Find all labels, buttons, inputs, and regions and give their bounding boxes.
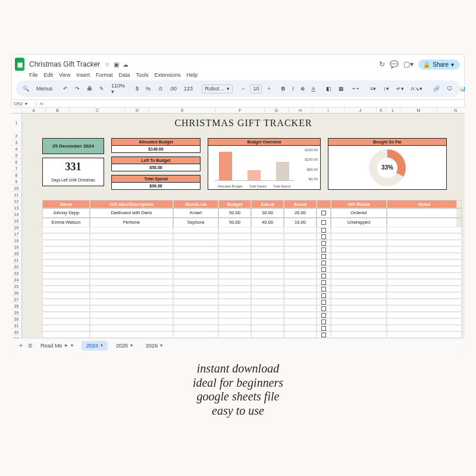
chart-y-axis: $150.00 $100.00 $50.00 $0.00 [298,148,318,181]
menu-format[interactable]: Format [96,72,113,78]
redo-icon[interactable]: ↷ [73,85,82,92]
valign-icon[interactable]: ↕▾ [381,85,391,92]
checkbox[interactable] [321,280,326,285]
borders-icon[interactable]: ▦ [337,85,346,92]
checkbox[interactable] [321,326,326,331]
star-icon[interactable]: ☆ [105,61,110,68]
zoom-select[interactable]: 110% ▾ [109,82,127,95]
menu-edit[interactable]: Edit [44,72,54,78]
percent-icon[interactable]: % [144,85,152,92]
inc-icon[interactable]: .00 [168,85,179,92]
all-sheets-button[interactable]: ≡ [28,342,32,350]
bought-panel: Bought So Far 33% [328,138,447,190]
italic-icon[interactable]: I [290,85,296,92]
history-icon[interactable]: ↻ [379,60,385,68]
undo-icon[interactable]: ↶ [61,85,70,92]
checkbox[interactable] [321,333,326,337]
sheet-tab[interactable]: Read Me ✴▾ [36,341,78,350]
checkbox[interactable] [321,234,326,239]
chevron-down-icon: ▾ [451,61,454,68]
bar-chart [214,149,294,181]
fx-label: fx [36,101,47,107]
sheet-canvas[interactable]: CHRISTMAS GIFT TRACKER 25 December 2024 … [22,114,465,350]
countdown-label: Days Left Until Christmas [43,178,104,182]
bar-labels: Allocated Budget Total Saved Total Spend [214,184,294,188]
lock-icon: 🔒 [423,61,430,68]
empty-grid[interactable] [42,227,456,350]
menu-file[interactable]: File [29,72,38,78]
halign-icon[interactable]: ≡▾ [368,85,378,92]
merge-icon[interactable]: ⫟▾ [349,85,361,92]
share-label: Share [433,61,449,68]
print-icon[interactable]: 🖶 [85,85,94,92]
dec-icon[interactable]: .0 [156,85,164,92]
bold-icon[interactable]: B [280,85,287,92]
cloud-icon[interactable]: ☁ [123,61,129,68]
fill-icon[interactable]: ◧ [324,85,333,92]
search-icon[interactable]: 🔍 [21,85,31,92]
sheet-tab[interactable]: 2026▾ [141,341,167,350]
num-format-icon[interactable]: 123 [182,85,195,92]
budget-overview-panel: Budget Overview $150.00 $100.00 $50.00 $… [208,138,321,190]
promo-text: instant download ideal for beginners goo… [0,362,476,418]
table-row[interactable]: Emma WatsonPerfumeSephora50.0040.0010.00… [42,218,456,227]
row-headers[interactable]: 1234567891011121314151617181920212223242… [11,114,22,350]
checkbox[interactable] [321,293,326,298]
insert-chart-icon[interactable]: 📊 [458,85,465,92]
column-headers[interactable]: ABC DEF GHI JKL MNO P [11,108,465,114]
link-icon[interactable]: 🔗 [431,85,441,92]
menu-tools[interactable]: Tools [136,72,148,78]
name-box[interactable]: O52▾ [11,101,36,107]
title-bar: ▦ Christmas Gift Tracker ☆ ▣ ☁ ↻ 💬 ▢▾ 🔒 … [11,54,465,71]
menu-extensions[interactable]: Extensions [154,72,180,78]
checkbox[interactable] [321,254,326,259]
menu-view[interactable]: View [59,72,70,78]
doc-title-icons: ☆ ▣ ☁ [105,61,129,68]
paint-icon[interactable]: ✎ [98,85,106,92]
wrap-icon[interactable]: ↵▾ [394,85,406,92]
checkbox[interactable] [321,267,326,272]
checkbox[interactable] [321,220,326,225]
checkbox[interactable] [321,320,326,324]
menu-help[interactable]: Help [186,72,198,78]
rotate-icon[interactable]: A↘▾ [409,85,424,92]
font-select[interactable]: Robot… ▾ [202,84,233,93]
fontsize-input[interactable]: 10 [250,84,262,93]
insert-comment-icon[interactable]: 🗨 [445,85,454,92]
sheet-body[interactable]: 1234567891011121314151617181920212223242… [11,114,465,350]
date-card: 25 December 2024 [42,138,104,154]
checkbox[interactable] [321,241,326,246]
move-icon[interactable]: ▣ [114,61,119,68]
menu-data[interactable]: Data [118,72,130,78]
menu-insert[interactable]: Insert [76,72,90,78]
formula-bar: O52▾ fx [11,99,465,108]
add-sheet-button[interactable]: ＋ [17,340,24,350]
total-spend-box: Total Spend $90.00 [111,175,201,190]
gift-table-header: Name Gift Idea/Description Store/Link Bu… [42,200,456,208]
checkbox[interactable] [321,228,326,233]
sheet-tab[interactable]: 2025▾ [111,341,137,350]
currency-icon[interactable]: $ [134,85,140,92]
sheet-tab[interactable]: 2024▾ [82,341,108,350]
toolbar: 🔍 Menus ↶ ↷ 🖶 ✎ 110% ▾ $ % .0 .00 123 Ro… [16,80,460,97]
textcolor-icon[interactable]: A [310,85,317,92]
checkbox[interactable] [321,261,326,265]
left-to-budget-box: Left To Budget $50.00 [111,156,201,171]
fontsize-minus[interactable]: − [240,85,246,92]
checkbox[interactable] [321,313,326,318]
checkbox[interactable] [321,287,326,292]
share-button[interactable]: 🔒 Share ▾ [418,60,460,70]
checkbox[interactable] [321,248,326,252]
fontsize-plus[interactable]: + [265,85,272,92]
donut-chart: 33% [369,149,406,186]
checkbox[interactable] [321,300,326,305]
checkbox[interactable] [321,306,326,311]
strike-icon[interactable]: S [299,85,306,92]
comment-icon[interactable]: 💬 [390,60,399,68]
table-row[interactable]: Johnny DeppDartboard with DartsKmart50.0… [42,208,456,218]
checkbox[interactable] [321,274,326,278]
meet-icon[interactable]: ▢▾ [403,60,414,68]
checkbox[interactable] [321,211,326,215]
doc-title[interactable]: Christmas Gift Tracker [29,60,100,68]
spreadsheet-window: ▦ Christmas Gift Tracker ☆ ▣ ☁ ↻ 💬 ▢▾ 🔒 … [11,54,465,352]
